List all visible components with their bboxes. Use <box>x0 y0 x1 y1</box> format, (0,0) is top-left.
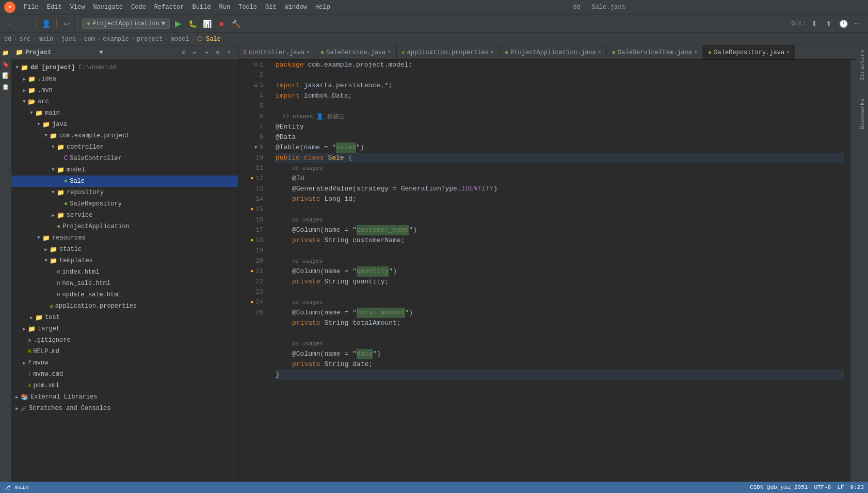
tree-item-repository[interactable]: ▼ 📁 repository <box>11 187 238 198</box>
tab-saleservice-close[interactable]: × <box>388 50 391 55</box>
status-linesep[interactable]: LF <box>837 484 844 490</box>
side-icon-project[interactable]: 📁 <box>1 47 11 58</box>
debug-button[interactable]: 🐛 <box>186 18 199 30</box>
tab-projectapp-close[interactable]: × <box>598 50 601 55</box>
tree-item-dd-root[interactable]: ▼ 📁 dd [project] E:\dome\dd <box>11 62 238 73</box>
tab-saleserviceitem[interactable]: ● SaleServiceItem.java × <box>607 45 703 60</box>
menu-code[interactable]: Code <box>127 0 150 14</box>
tab-controller-close[interactable]: × <box>307 50 310 55</box>
usage-count[interactable]: 27 usages <box>282 112 313 122</box>
tree-item-salecontroller[interactable]: C SaleController <box>11 153 238 164</box>
breadcrumb-model[interactable]: model <box>171 36 189 43</box>
breadcrumb-project[interactable]: project <box>137 36 163 43</box>
panel-expand-button[interactable]: ⇥ <box>202 48 211 57</box>
menu-build[interactable]: Build <box>188 0 215 14</box>
tree-item-scratches[interactable]: ▶ 🖊 Scratches and Consoles <box>11 403 238 414</box>
build-button[interactable]: 🔨 <box>230 18 242 30</box>
tree-item-newsalehtml[interactable]: H new_sale.html <box>11 278 238 289</box>
menu-tools[interactable]: Tools <box>234 0 261 14</box>
tab-controller[interactable]: C controller.java × <box>238 45 315 60</box>
fold-marker-9[interactable]: ▼ <box>252 142 260 153</box>
tree-item-java[interactable]: ▼ 📁 java <box>11 119 238 130</box>
coverage-button[interactable]: 📊 <box>201 18 213 30</box>
tree-item-indexhtml[interactable]: H index.html <box>11 266 238 278</box>
status-encoding[interactable]: UTF-8 <box>814 484 831 490</box>
tab-appprops-close[interactable]: × <box>491 50 494 55</box>
menu-git[interactable]: Git <box>261 0 281 14</box>
tree-item-service[interactable]: ▶ 📁 service <box>11 210 238 221</box>
menu-view[interactable]: View <box>66 0 89 14</box>
panel-locate-button[interactable]: ⊙ <box>179 48 188 57</box>
menu-window[interactable]: Window <box>281 0 311 14</box>
tree-item-resources[interactable]: ▼ 📁 resources <box>11 232 238 244</box>
code-content-area[interactable]: package com.example.project.model; impor… <box>269 60 850 482</box>
tab-saleserviceitem-close[interactable]: × <box>694 50 697 55</box>
tree-item-mvnwcmd[interactable]: f mvnw.cmd <box>11 369 238 380</box>
run-configuration[interactable]: ● ProjectApplication ▼ <box>82 19 170 29</box>
breadcrumb-main[interactable]: main <box>38 36 53 43</box>
git-history-button[interactable]: 🕐 <box>837 18 849 30</box>
menu-edit[interactable]: Edit <box>43 0 66 14</box>
status-position[interactable]: 9:23 <box>850 484 864 490</box>
panel-close-button[interactable]: × <box>224 48 234 57</box>
profile-button[interactable]: 👤 <box>40 18 52 30</box>
menu-refactor[interactable]: Refactor <box>150 0 188 14</box>
tree-item-helpmd[interactable]: M HELP.md <box>11 346 238 357</box>
breadcrumb-src[interactable]: src <box>20 36 31 43</box>
panel-settings-button[interactable]: ⚙ <box>213 48 222 57</box>
tree-item-sale[interactable]: ● Sale <box>11 176 238 187</box>
git-more-button[interactable]: ⋯ <box>851 18 864 30</box>
panel-title-dropdown[interactable]: ▼ <box>99 49 103 56</box>
side-icon-bookmark[interactable]: 🔖 <box>1 59 11 69</box>
stop-button[interactable]: ■ <box>215 18 228 30</box>
fold-marker-1[interactable]: ⊟ <box>252 60 260 70</box>
breadcrumb-dd[interactable]: dd <box>4 36 11 43</box>
tab-projectapp[interactable]: ● ProjectApplication.java × <box>500 45 607 60</box>
git-push-button[interactable]: ⬆ <box>823 18 835 30</box>
side-icon-commit[interactable]: 📝 <box>1 70 11 81</box>
git-branch[interactable]: main <box>15 484 28 490</box>
tree-item-main[interactable]: ▼ 📁 main <box>11 107 238 119</box>
tree-item-com[interactable]: ▼ 📁 com.example.project <box>11 130 238 141</box>
menu-run[interactable]: Run <box>215 0 234 14</box>
breadcrumb-example[interactable]: example <box>103 36 128 43</box>
breadcrumb-java[interactable]: java <box>61 36 76 43</box>
tree-item-pomxml[interactable]: X pom.xml <box>11 380 238 391</box>
tree-item-templates[interactable]: ▼ 📁 templates <box>11 255 238 266</box>
back-button[interactable]: ← <box>4 18 17 30</box>
undo-button[interactable]: ↩ <box>61 18 73 30</box>
tree-item-static[interactable]: ▶ 📁 static <box>11 244 238 255</box>
run-button[interactable]: ▶ <box>172 18 184 30</box>
breadcrumb-com[interactable]: com <box>84 36 95 43</box>
side-icon-structure[interactable]: 📋 <box>1 82 11 92</box>
tree-item-mvnw[interactable]: ▶ f mvnw <box>11 357 238 369</box>
code-editor[interactable]: ⊟ 1 2 ⊟ 3 4 5 6 7 8 ▼ 9 10 <box>238 60 857 482</box>
tree-item-appprops[interactable]: ⚙ application.properties <box>11 300 238 312</box>
structure-label[interactable]: Structure <box>858 45 867 84</box>
menu-navigate[interactable]: Navigate <box>89 0 127 14</box>
tree-item-target[interactable]: ▶ 📁 target <box>11 323 238 335</box>
forward-button[interactable]: → <box>19 18 31 30</box>
tab-appprops[interactable]: ⚙ application.properties × <box>397 45 500 60</box>
bookmarks-label[interactable]: Bookmarks <box>858 94 867 133</box>
tree-item-projectapp[interactable]: ● ProjectApplication <box>11 221 238 232</box>
tree-item-mvn[interactable]: ▶ 📁 .mvn <box>11 85 238 96</box>
tree-item-model[interactable]: ▼ 📁 model <box>11 164 238 176</box>
tab-salerepository[interactable]: ● SaleRepository.java × <box>703 45 795 60</box>
tree-item-controller[interactable]: ▼ 📁 controller <box>11 141 238 153</box>
tab-salerepository-close[interactable]: × <box>786 50 790 55</box>
fold-marker-3[interactable]: ⊟ <box>252 81 260 91</box>
tab-saleservice[interactable]: ● SaleService.java × <box>315 45 396 60</box>
git-update-button[interactable]: ⬇ <box>808 18 821 30</box>
panel-collapse-button[interactable]: ⇤ <box>190 48 200 57</box>
tree-item-test[interactable]: ▶ 📁 test <box>11 312 238 323</box>
tree-item-src[interactable]: ▼ 📂 src <box>11 96 238 107</box>
tree-item-updatesalehtml[interactable]: H update_sale.html <box>11 289 238 300</box>
tree-item-extlibs[interactable]: ▶ 📚 External Libraries <box>11 391 238 403</box>
menu-help[interactable]: Help <box>311 0 334 14</box>
tree-item-gitignore[interactable]: ⊘ .gitignore <box>11 335 238 346</box>
breadcrumb-sale[interactable]: ⬡ Sale <box>197 35 221 43</box>
tree-item-idea[interactable]: ▶ 📁 .idea <box>11 73 238 85</box>
editor-right-gutter[interactable] <box>850 60 857 482</box>
menu-file[interactable]: File <box>20 0 43 14</box>
